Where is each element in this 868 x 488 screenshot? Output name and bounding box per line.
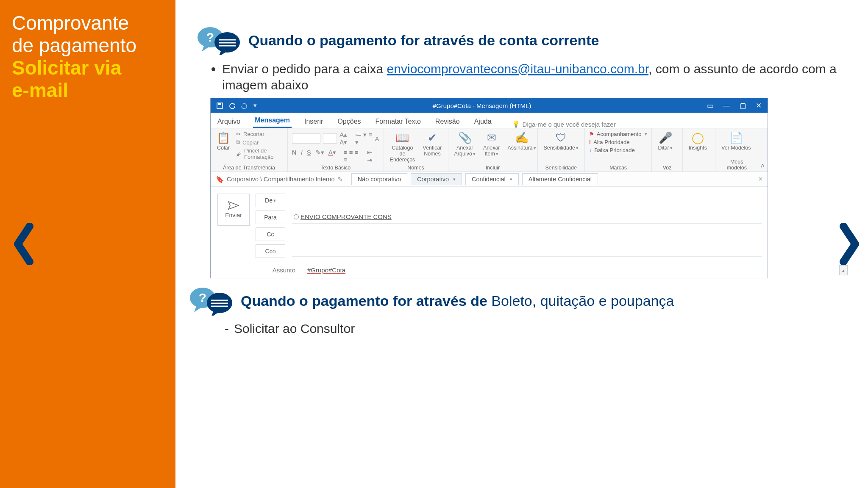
attach-file-label: Anexar Arquivo▾ — [454, 145, 476, 157]
attach-item-button[interactable]: ✉Anexar Item▾ — [481, 131, 502, 157]
ribbon: 📋Colar ✂ Recortar ⧉ Copiar 🖌 Pincel de F… — [211, 128, 768, 172]
font-size-buttons[interactable]: A▴ A▾ — [339, 131, 353, 146]
scroll-up-button[interactable]: ▴ — [839, 265, 848, 275]
bold-button[interactable]: N — [292, 149, 297, 164]
signature-label: Assinatura▾ — [508, 145, 536, 151]
collapse-ribbon-button[interactable]: ʌ — [758, 128, 768, 172]
high-priority-button[interactable]: !Alta Prioridade — [589, 139, 630, 145]
signature-button[interactable]: ✍Assinatura▾ — [506, 131, 538, 151]
tab-ajuda[interactable]: Ajuda — [473, 118, 493, 128]
next-slide-button[interactable] — [839, 223, 860, 265]
insights-button[interactable]: ◯Insights — [687, 131, 709, 151]
section2-heading-bold: Quando o pagamento for através de — [241, 293, 491, 309]
send-label: Enviar — [225, 212, 242, 219]
tags-group-label: Marcas — [589, 164, 648, 171]
maximize-icon[interactable]: ▢ — [740, 102, 746, 109]
outdent-icon[interactable]: A — [375, 135, 379, 142]
clipboard-group-label: Área de Transferência — [215, 164, 283, 171]
bcc-field[interactable] — [292, 243, 762, 257]
sens-opt-corporativo[interactable]: Corporativo▾ — [411, 173, 462, 185]
section2-heading: Quando o pagamento for através de Boleto… — [241, 293, 674, 309]
format-painter-button[interactable]: 🖌 Pincel de Formatação — [236, 147, 283, 160]
cc-button[interactable]: Cc — [256, 227, 285, 241]
copy-button[interactable]: ⧉ Copiar — [236, 139, 283, 146]
attach-item-icon: ✉ — [487, 131, 496, 144]
copy-label: Copiar — [242, 139, 259, 146]
sens-opt-altamente[interactable]: Altamente Confidencial — [522, 173, 598, 185]
to-button[interactable]: Para — [256, 211, 285, 224]
chat-question-icon: ? — [196, 25, 242, 55]
attach-file-button[interactable]: 📎Anexar Arquivo▾ — [453, 131, 477, 157]
compose-header: Enviar De ▾ Para Cc Cco ENVIO COMPROVANT… — [211, 187, 768, 262]
subject-value: #Grupo#Cota — [307, 266, 345, 274]
dictate-label: Ditar▾ — [658, 145, 672, 151]
lowprio-label: Baixa Prioridade — [594, 147, 634, 153]
underline-button[interactable]: S — [307, 149, 311, 164]
follow-up-button[interactable]: ⚑Acompanhamento▾ — [589, 131, 648, 137]
tab-formatar-texto[interactable]: Formatar Texto — [374, 118, 423, 128]
tell-me-search[interactable]: 💡Diga-me o que você deseja fazer — [512, 120, 616, 128]
cut-button[interactable]: ✂ Recortar — [236, 131, 283, 137]
highprio-label: Alta Prioridade — [593, 139, 629, 145]
section1-bullet-1: Enviar o pedido para a caixa enviocompro… — [222, 61, 837, 93]
highlight-button[interactable]: ✎▾ — [315, 149, 324, 164]
list-buttons[interactable]: ≔ ▾ ≡ ▾ — [355, 131, 373, 146]
paste-button[interactable]: 📋Colar — [215, 131, 232, 151]
cc-field[interactable] — [292, 227, 762, 240]
address-book-button[interactable]: 📖Catálogo de Endereços — [388, 131, 417, 163]
save-icon[interactable] — [217, 103, 223, 109]
prev-slide-button[interactable] — [13, 223, 34, 265]
tab-arquivo[interactable]: Arquivo — [216, 118, 242, 128]
sensitivity-bar: 🔖Corporativo \ Compartilhamento Interno … — [211, 172, 768, 187]
lightbulb-icon: 💡 — [512, 120, 520, 128]
subject-field[interactable]: #Grupo#Cota — [307, 266, 345, 274]
qat-more-icon[interactable]: ▾ — [253, 102, 257, 109]
svg-text:?: ? — [199, 291, 206, 305]
insights-label: Insights — [689, 145, 707, 151]
microphone-icon: 🎤 — [659, 131, 672, 144]
presence-icon — [294, 214, 299, 219]
italic-button[interactable]: I — [301, 149, 303, 164]
signature-icon: ✍ — [515, 131, 529, 144]
low-priority-button[interactable]: ↓Baixa Prioridade — [589, 147, 635, 153]
outlook-window: ▾ #Grupo#Cota - Mensagem (HTML) ▭ — ▢ ✕ … — [210, 98, 768, 278]
support-email-link[interactable]: enviocomprovantecons@itau-unibanco.com.b… — [387, 62, 648, 76]
edit-sensitivity-icon[interactable]: ✎ — [337, 176, 343, 183]
address-book-icon: 📖 — [395, 131, 409, 144]
addrbook-label: Catálogo de Endereços — [390, 145, 415, 163]
bcc-button[interactable]: Cco — [256, 244, 285, 258]
window-controls: ▭ — ▢ ✕ — [707, 102, 768, 109]
tab-mensagem[interactable]: Mensagem — [253, 116, 292, 128]
to-field[interactable]: ENVIO COMPROVANTE CONS — [292, 210, 762, 224]
font-name-select[interactable] — [292, 133, 320, 144]
tab-revisao[interactable]: Revisão — [434, 118, 462, 128]
tell-me-placeholder: Diga-me o que você deseja fazer — [523, 121, 616, 128]
ribbon-options-icon[interactable]: ▭ — [707, 102, 714, 109]
from-field[interactable] — [292, 194, 762, 207]
from-label: De — [265, 197, 273, 204]
close-sensitivity-bar[interactable]: × — [759, 175, 762, 183]
font-size-select[interactable] — [323, 133, 337, 144]
redo-icon[interactable] — [241, 103, 248, 109]
sens-opt-confidencial[interactable]: Confidencial▾ — [465, 173, 519, 185]
recipient-chip[interactable]: ENVIO COMPROVANTE CONS — [294, 213, 392, 220]
send-button[interactable]: Enviar — [217, 194, 250, 226]
minimize-icon[interactable]: — — [723, 102, 730, 109]
paperclip-icon: 📎 — [458, 131, 472, 144]
view-templates-button[interactable]: 📄Ver Modelos — [720, 131, 752, 151]
section2-list: -Solicitar ao Consultor — [225, 322, 837, 336]
tab-inserir[interactable]: Inserir — [303, 118, 325, 128]
quick-access-toolbar: ▾ — [211, 102, 257, 109]
tab-opcoes[interactable]: Opções — [336, 118, 362, 128]
dictate-button[interactable]: 🎤Ditar▾ — [656, 131, 674, 151]
check-names-button[interactable]: ✔Verificar Nomes — [421, 131, 443, 157]
sens-opt-nao-corporativo[interactable]: Não corporativo — [351, 173, 407, 185]
indent-buttons[interactable]: ⇤ ⇥ — [367, 149, 379, 164]
sensitivity-button[interactable]: 🛡Sensibilidade▾ — [542, 131, 580, 151]
undo-icon[interactable] — [229, 103, 235, 109]
font-color-button[interactable]: A▾ — [328, 149, 336, 164]
close-icon[interactable]: ✕ — [756, 102, 762, 109]
from-button[interactable]: De ▾ — [256, 194, 285, 207]
checknames-label: Verificar Nomes — [423, 145, 442, 157]
tag-icon: 🔖 — [216, 175, 224, 183]
